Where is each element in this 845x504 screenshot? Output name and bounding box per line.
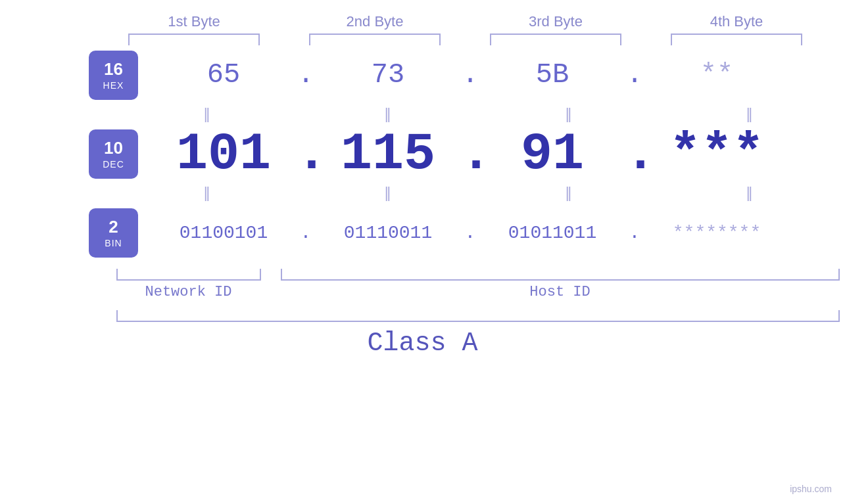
dec-dot1: .: [296, 124, 316, 184]
hex-byte2: 73: [316, 59, 460, 91]
byte1-header: 1st Byte: [122, 13, 266, 30]
bottom-labels: Network ID Host ID: [116, 284, 840, 300]
dec-byte3: 91: [480, 124, 625, 184]
equals-5: ‖: [134, 185, 279, 202]
dec-badge: 10 DEC: [89, 129, 138, 179]
hex-values: 65 . 73 . 5B . **: [151, 59, 789, 91]
top-brackets: [104, 34, 827, 45]
main-container: 1st Byte 2nd Byte 3rd Byte 4th Byte 16 H…: [0, 0, 845, 504]
bracket-byte2: [309, 34, 441, 45]
dec-byte1: 101: [151, 124, 296, 184]
bin-dot2: .: [460, 223, 480, 243]
class-label: Class A: [367, 329, 477, 358]
hex-byte4: **: [644, 59, 789, 91]
full-bracket: [116, 310, 840, 322]
dec-row: 10 DEC 101 . 115 . 91 . ***: [56, 124, 789, 183]
equals-6: ‖: [315, 185, 460, 202]
dec-badge-label: DEC: [103, 159, 124, 170]
equals-4: ‖: [677, 106, 821, 123]
bracket-byte1: [128, 34, 260, 45]
bin-byte4: ********: [644, 223, 789, 243]
equals-1: ‖: [134, 106, 279, 123]
label-gap: [261, 284, 281, 300]
host-id-label: Host ID: [281, 284, 840, 300]
dec-byte2: 115: [316, 124, 460, 184]
bin-badge-number: 2: [109, 217, 118, 237]
bracket-byte3: [490, 34, 621, 45]
bin-byte1: 01100101: [151, 223, 296, 243]
byte-headers: 1st Byte 2nd Byte 3rd Byte 4th Byte: [104, 13, 827, 30]
equals-7: ‖: [496, 185, 640, 202]
bin-byte3: 01011011: [480, 223, 625, 243]
hex-dot1: .: [296, 59, 316, 91]
hex-dot3: .: [625, 59, 644, 91]
bin-badge: 2 BIN: [89, 208, 138, 258]
byte3-header: 3rd Byte: [483, 13, 628, 30]
host-bracket: [281, 269, 840, 281]
bin-badge-label: BIN: [105, 238, 122, 248]
bin-dot1: .: [296, 223, 316, 243]
hex-row: 16 HEX 65 . 73 . 5B . **: [56, 45, 789, 104]
full-bracket-row: [116, 310, 840, 322]
hex-badge-label: HEX: [103, 80, 124, 91]
equals-2: ‖: [315, 106, 460, 123]
equals-row-2: ‖ ‖ ‖ ‖: [116, 183, 840, 203]
byte2-header: 2nd Byte: [302, 13, 447, 30]
network-id-label: Network ID: [116, 284, 261, 300]
watermark: ipshu.com: [790, 484, 832, 494]
bracket-byte4: [671, 34, 802, 45]
dec-values: 101 . 115 . 91 . ***: [151, 124, 789, 184]
bin-values: 01100101 . 01110011 . 01011011 . *******…: [151, 223, 789, 243]
network-bracket: [116, 269, 261, 281]
bottom-section: Network ID Host ID: [116, 269, 840, 300]
bottom-brackets: [116, 269, 840, 281]
dec-dot3: .: [625, 124, 644, 184]
hex-byte3: 5B: [480, 59, 625, 91]
equals-8: ‖: [677, 185, 821, 202]
dec-dot2: .: [460, 124, 480, 184]
bracket-gap: [261, 269, 281, 281]
equals-row-1: ‖ ‖ ‖ ‖: [116, 104, 840, 124]
byte4-header: 4th Byte: [664, 13, 809, 30]
hex-badge-number: 16: [104, 59, 123, 80]
hex-badge: 16 HEX: [89, 51, 138, 100]
dec-badge-number: 10: [104, 138, 123, 158]
hex-dot2: .: [460, 59, 480, 91]
equals-3: ‖: [496, 106, 640, 123]
dec-byte4: ***: [644, 124, 789, 184]
hex-byte1: 65: [151, 59, 296, 91]
bin-dot3: .: [625, 223, 644, 243]
bin-byte2: 01110011: [316, 223, 460, 243]
bin-row: 2 BIN 01100101 . 01110011 . 01011011 . *…: [56, 203, 789, 262]
